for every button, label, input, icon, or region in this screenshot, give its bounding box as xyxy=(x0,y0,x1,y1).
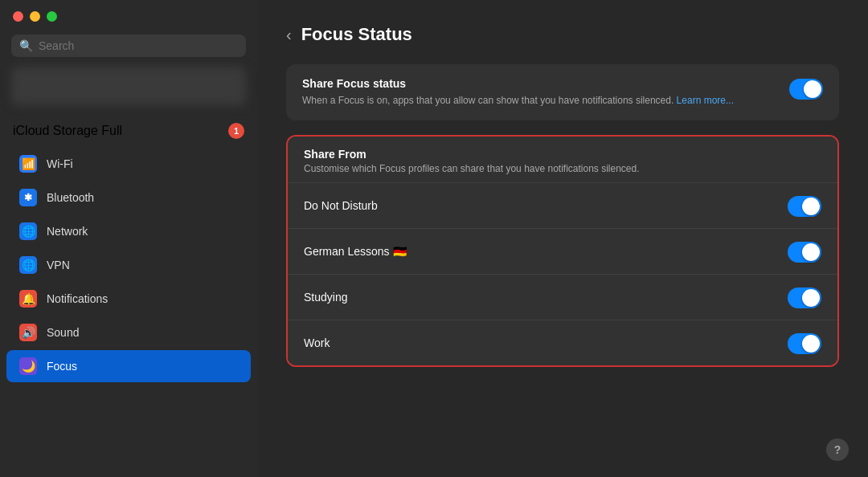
close-button[interactable] xyxy=(13,11,23,22)
sidebar-item-label: VPN xyxy=(47,259,70,271)
learn-more-link[interactable]: Learn more... xyxy=(677,95,734,106)
sidebar-item-label: Notifications xyxy=(47,292,108,305)
focus-item-german-toggle[interactable] xyxy=(788,242,821,263)
sidebar-item-notifications[interactable]: 🔔 Notifications xyxy=(6,283,251,315)
icloud-label: iCloud Storage Full xyxy=(13,124,122,138)
search-icon: 🔍 xyxy=(19,39,33,52)
share-focus-status-desc: When a Focus is on, apps that you allow … xyxy=(302,93,776,108)
focus-item-dnd: Do Not Disturb xyxy=(288,183,837,229)
traffic-lights xyxy=(0,0,257,30)
sidebar-item-sound[interactable]: 🔊 Sound xyxy=(6,316,251,349)
share-focus-status-card: Share Focus status When a Focus is on, a… xyxy=(286,64,839,120)
sidebar-item-wifi[interactable]: 📶 Wi-Fi xyxy=(6,148,251,180)
share-from-desc: Customise which Focus profiles can share… xyxy=(304,163,821,174)
share-from-title: Share From xyxy=(304,148,821,161)
maximize-button[interactable] xyxy=(47,11,57,22)
focus-item-dnd-label: Do Not Disturb xyxy=(304,199,378,212)
sidebar-item-focus[interactable]: 🌙 Focus xyxy=(6,350,251,382)
icloud-badge: 1 xyxy=(228,123,244,139)
search-bar[interactable]: 🔍 xyxy=(11,35,246,57)
share-from-header: Share From Customise which Focus profile… xyxy=(288,137,837,183)
sound-icon: 🔊 xyxy=(19,324,37,341)
focus-item-studying-toggle[interactable] xyxy=(788,287,821,308)
main-content: ‹ Focus Status Share Focus status When a… xyxy=(257,0,868,477)
notifications-icon: 🔔 xyxy=(19,290,37,308)
icloud-storage-row[interactable]: iCloud Storage Full 1 xyxy=(0,115,257,147)
user-profile-avatar xyxy=(11,67,246,105)
help-button[interactable]: ? xyxy=(826,438,849,461)
page-title: Focus Status xyxy=(301,24,412,45)
sidebar-item-label: Network xyxy=(47,225,88,238)
sidebar-item-label: Focus xyxy=(47,360,77,373)
search-input[interactable] xyxy=(39,39,238,52)
sidebar-item-label: Wi-Fi xyxy=(47,157,73,170)
sidebar-item-label: Bluetooth xyxy=(47,191,94,204)
focus-item-german-label: German Lessons 🇩🇪 xyxy=(304,245,407,258)
bluetooth-icon: ✱ xyxy=(19,189,37,206)
focus-item-work: Work xyxy=(288,320,837,365)
focus-item-german-lessons: German Lessons 🇩🇪 xyxy=(288,229,837,275)
sidebar: 🔍 iCloud Storage Full 1 📶 Wi-Fi ✱ Blueto… xyxy=(0,0,257,477)
share-focus-status-title: Share Focus status xyxy=(302,77,776,90)
sidebar-item-label: Sound xyxy=(47,326,79,339)
back-button[interactable]: ‹ xyxy=(286,26,292,43)
share-focus-status-toggle[interactable] xyxy=(789,79,823,100)
german-flag-emoji: 🇩🇪 xyxy=(393,245,407,258)
wifi-icon: 📶 xyxy=(19,155,37,173)
focus-item-dnd-toggle[interactable] xyxy=(788,196,821,217)
focus-item-studying-label: Studying xyxy=(304,291,347,304)
focus-item-studying: Studying xyxy=(288,275,837,320)
network-icon: 🌐 xyxy=(19,222,37,240)
share-from-section: Share From Customise which Focus profile… xyxy=(286,135,839,367)
focus-item-work-toggle[interactable] xyxy=(788,333,821,354)
sidebar-item-vpn[interactable]: 🌐 VPN xyxy=(6,249,251,281)
vpn-icon: 🌐 xyxy=(19,256,37,274)
share-focus-status-text: Share Focus status When a Focus is on, a… xyxy=(302,77,776,108)
header-row: ‹ Focus Status xyxy=(286,24,839,45)
focus-icon: 🌙 xyxy=(19,357,37,375)
sidebar-item-network[interactable]: 🌐 Network xyxy=(6,215,251,247)
sidebar-item-bluetooth[interactable]: ✱ Bluetooth xyxy=(6,181,251,214)
focus-item-work-label: Work xyxy=(304,336,330,349)
minimize-button[interactable] xyxy=(30,11,40,22)
